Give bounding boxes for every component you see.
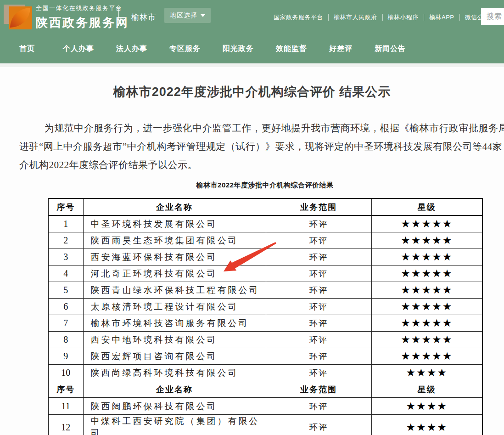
cell-business-scope: 环评 bbox=[266, 215, 371, 232]
cell-business-scope: 环评 bbox=[266, 299, 371, 315]
content-top-strip bbox=[0, 63, 504, 67]
cell-business-scope: 环评 bbox=[266, 332, 371, 348]
table-row: 4河北奇正环境科技有限公司环评★★★★★ bbox=[48, 266, 482, 282]
table-header-cell: 业务范围 bbox=[266, 198, 371, 215]
cell-index: 9 bbox=[48, 348, 83, 365]
page-content: 榆林市2022年度涉批中介机构综合评价 结果公示 为规范中介服务行为，进一步强化… bbox=[0, 63, 504, 435]
region-selector-button[interactable]: 地区选择 bbox=[164, 8, 211, 23]
page-title: 榆林市2022年度涉批中介机构综合评价 结果公示 bbox=[0, 85, 504, 99]
table-row: 1中圣环境科技发展有限公司环评★★★★★ bbox=[48, 215, 482, 232]
topbar-link[interactable]: 榆林APP bbox=[424, 13, 459, 22]
nav-item[interactable]: 首页 bbox=[19, 44, 35, 54]
nav-item[interactable]: 个人办事 bbox=[63, 44, 94, 54]
cell-star-rating: ★★★★★ bbox=[371, 232, 482, 249]
topbar-link[interactable]: 榆林市人民政府 bbox=[329, 13, 382, 22]
cell-company-name: 西安中地环境科技有限公司 bbox=[83, 332, 266, 348]
cell-index: 3 bbox=[48, 249, 83, 266]
city-name: 榆林市 bbox=[131, 12, 156, 23]
paragraph-line: 进驻“网上中介服务超市”中介机构考评管理规定（试行）》要求，现将评定的中圣环境科… bbox=[19, 137, 504, 156]
cell-index: 8 bbox=[48, 332, 83, 348]
announcement-paragraph: 为规范中介服务行为，进一步强化中介监管工作，更好地提升我市营商环境，根据《榆林市… bbox=[0, 119, 504, 174]
table-row: 11陕西阔鹏环保科技有限公司环评★★★★ bbox=[48, 398, 482, 415]
cell-business-scope: 环评 bbox=[266, 266, 371, 282]
cell-business-scope: 环评 bbox=[266, 348, 371, 365]
cell-star-rating: ★★★★ bbox=[371, 365, 482, 381]
cell-company-name: 太原核清环境工程设计有限公司 bbox=[83, 299, 266, 315]
cell-star-rating: ★★★★★ bbox=[371, 348, 482, 365]
table-row: 7榆林市环境科技咨询服务有限公司环评★★★★★ bbox=[48, 315, 482, 332]
cell-business-scope: 环评 bbox=[266, 415, 371, 435]
cell-business-scope: 环评 bbox=[266, 365, 371, 381]
table-header-cell: 星级 bbox=[371, 198, 482, 215]
cell-index: 10 bbox=[48, 365, 83, 381]
site-name: 陕西政务服务网 bbox=[36, 15, 129, 31]
cell-index: 5 bbox=[48, 282, 83, 299]
cell-company-name: 河北奇正环境科技有限公司 bbox=[83, 266, 266, 282]
main-nav: 首页个人办事法人办事专区服务阳光政务效能监督好差评新闻公告 bbox=[0, 34, 504, 63]
cell-star-rating: ★★★★★ bbox=[371, 282, 482, 299]
table-header-cell: 星级 bbox=[371, 381, 482, 398]
nav-item[interactable]: 效能监督 bbox=[276, 44, 307, 54]
cell-business-scope: 环评 bbox=[266, 282, 371, 299]
cell-index: 6 bbox=[48, 299, 83, 315]
table-row: 10陕西尚绿高科环境科技有限公司环评★★★★ bbox=[48, 365, 482, 381]
cell-company-name: 陕西阔鹏环保科技有限公司 bbox=[83, 398, 266, 415]
chevron-down-icon bbox=[201, 14, 205, 17]
table-header-cell: 企业名称 bbox=[83, 381, 266, 398]
topbar-link[interactable]: 榆林小程序 bbox=[383, 13, 424, 22]
table-header-cell: 业务范围 bbox=[266, 381, 371, 398]
table-row: 5陕西青山绿水环保科技工程有限公司环评★★★★★ bbox=[48, 282, 482, 299]
cell-index: 12 bbox=[48, 415, 83, 435]
topbar: 全国一体化在线政务服务平台 陕西政务服务网 榆林市 地区选择 国家政务服务平台榆… bbox=[0, 0, 504, 34]
site-logo[interactable] bbox=[4, 4, 30, 29]
cell-star-rating: ★★★★★ bbox=[371, 215, 482, 232]
table-header-row: 序号企业名称业务范围星级 bbox=[48, 198, 482, 215]
cell-company-name: 陕西尚绿高科环境科技有限公司 bbox=[83, 365, 266, 381]
cell-business-scope: 环评 bbox=[266, 232, 371, 249]
cell-business-scope: 环评 bbox=[266, 398, 371, 415]
cell-index: 7 bbox=[48, 315, 83, 332]
table-row: 3西安海蓝环保科技有限公司环评★★★★★ bbox=[48, 249, 482, 266]
cell-index: 4 bbox=[48, 266, 83, 282]
platform-name: 全国一体化在线政务服务平台 bbox=[36, 4, 129, 12]
nav-item[interactable]: 阳光政务 bbox=[223, 44, 254, 54]
table-header-cell: 序号 bbox=[48, 381, 83, 398]
table-caption: 榆林市2022年度涉批中介机构综合评价结果 bbox=[48, 180, 482, 190]
cell-company-name: 榆林市环境科技咨询服务有限公司 bbox=[83, 315, 266, 332]
table-row: 12中煤科工西安研究院（集团）有限公司环评★★★★ bbox=[48, 415, 482, 435]
table-header-cell: 序号 bbox=[48, 198, 83, 215]
region-selector-label: 地区选择 bbox=[170, 11, 197, 20]
cell-star-rating: ★★★★★ bbox=[371, 315, 482, 332]
cell-business-scope: 环评 bbox=[266, 315, 371, 332]
nav-item[interactable]: 新闻公告 bbox=[375, 44, 406, 54]
nav-item[interactable]: 专区服务 bbox=[169, 44, 201, 54]
site-brand: 全国一体化在线政务服务平台 陕西政务服务网 bbox=[36, 4, 129, 31]
nav-item[interactable]: 好差评 bbox=[329, 44, 353, 54]
nav-item[interactable]: 法人办事 bbox=[116, 44, 147, 54]
table-row: 2陕西雨昊生态环境集团有限公司环评★★★★★ bbox=[48, 232, 482, 249]
cell-company-name: 陕西雨昊生态环境集团有限公司 bbox=[83, 232, 266, 249]
cell-star-rating: ★★★★★ bbox=[371, 249, 482, 266]
brand-divider bbox=[118, 9, 119, 26]
table-row: 8西安中地环境科技有限公司环评★★★★★ bbox=[48, 332, 482, 348]
results-table: 序号企业名称业务范围星级1中圣环境科技发展有限公司环评★★★★★2陕西雨昊生态环… bbox=[48, 198, 483, 435]
cell-company-name: 陕西宏辉项目咨询有限公司 bbox=[83, 348, 266, 365]
search-input[interactable] bbox=[481, 8, 504, 25]
site-header: 全国一体化在线政务服务平台 陕西政务服务网 榆林市 地区选择 国家政务服务平台榆… bbox=[0, 0, 504, 63]
table-header-cell: 企业名称 bbox=[83, 198, 266, 215]
paragraph-line: 为规范中介服务行为，进一步强化中介监管工作，更好地提升我市营商环境，根据《榆林市… bbox=[19, 119, 504, 137]
cell-star-rating: ★★★★★ bbox=[371, 299, 482, 315]
cell-star-rating: ★★★★★ bbox=[371, 332, 482, 348]
topbar-link[interactable]: 国家政务服务平台 bbox=[269, 13, 328, 22]
table-header-row: 序号企业名称业务范围星级 bbox=[48, 381, 482, 398]
cell-index: 11 bbox=[48, 398, 83, 415]
paragraph-line: 介机构2022年度综合评价结果予以公示。 bbox=[19, 156, 504, 174]
cell-star-rating: ★★★★ bbox=[371, 415, 482, 435]
cell-star-rating: ★★★★ bbox=[371, 398, 482, 415]
cell-company-name: 西安海蓝环保科技有限公司 bbox=[83, 249, 266, 266]
table-row: 9陕西宏辉项目咨询有限公司环评★★★★★ bbox=[48, 348, 482, 365]
cell-company-name: 中圣环境科技发展有限公司 bbox=[83, 215, 266, 232]
cell-index: 1 bbox=[48, 215, 83, 232]
cell-star-rating: ★★★★★ bbox=[371, 266, 482, 282]
cell-index: 2 bbox=[48, 232, 83, 249]
